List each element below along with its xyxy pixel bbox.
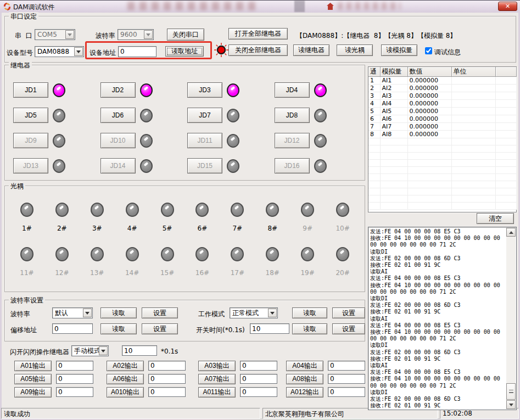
opto-label: 20# (336, 269, 349, 277)
opto-label: 7# (232, 225, 242, 232)
baud-set-button[interactable]: 设置 (142, 307, 178, 318)
ao-value-input[interactable] (240, 374, 277, 384)
relay-button[interactable]: JD2 (100, 82, 136, 98)
ao-output-button[interactable]: A08输出 (286, 374, 323, 384)
relay-button: JD15 (187, 158, 222, 173)
work-mode-select[interactable]: 正常模式 (230, 307, 278, 318)
port-select[interactable]: COM5 (35, 29, 75, 40)
status-message: 读取成功 (1, 408, 260, 419)
ao-value-input[interactable] (56, 387, 93, 397)
ao-value-input[interactable] (148, 361, 186, 371)
read-opto-button[interactable]: 读光耦 (337, 44, 373, 56)
switch-time-set-button[interactable]: 设置 (332, 323, 365, 334)
debug-log-box[interactable]: 发送:FE 04 00 00 00 08 E5 C3 接收:FE 04 10 0… (368, 227, 517, 410)
flash-time-input[interactable] (122, 345, 157, 356)
ao-output-button[interactable]: A07输出 (198, 374, 236, 384)
ao-cell: A04输出 (286, 361, 366, 374)
ao-output-button[interactable]: A012输出 (286, 387, 323, 397)
table-header[interactable]: 通 (368, 67, 380, 77)
table-header[interactable] (495, 67, 516, 77)
grip-icon (509, 390, 513, 393)
open-all-relays-button[interactable]: 打开全部继电器 (228, 28, 288, 40)
close-button[interactable]: ✕ (498, 2, 517, 11)
debug-info-checkbox[interactable] (425, 47, 432, 54)
ao-output-button[interactable]: A01输出 (14, 361, 52, 371)
ao-value-input[interactable] (240, 361, 277, 371)
ao-cell: A03输出 (198, 361, 286, 374)
cell: 2 (368, 85, 380, 92)
ao-cell: A06输出 (107, 374, 198, 387)
relay-led (53, 159, 65, 173)
scroll-up-icon[interactable] (506, 228, 516, 237)
chevron-down-icon[interactable] (65, 30, 74, 39)
relay-button[interactable]: JD1 (13, 82, 48, 98)
baud-select[interactable]: 9600 (118, 29, 154, 40)
cell: 6 (368, 115, 380, 123)
ao-value-input[interactable] (148, 387, 186, 397)
ao-cell: A010输出 (107, 387, 198, 400)
read-address-button[interactable]: 读取地址 (165, 46, 204, 57)
opto-label: 1# (22, 225, 32, 232)
relay-button[interactable]: JD3 (187, 82, 222, 98)
log-scrollbar[interactable] (506, 228, 516, 409)
ao-value-input[interactable] (240, 387, 277, 397)
relay-group: 继电器 JD1 JD2 JD3 JD4 JD5 JD6 JD7 JD8 JD9 … (4, 65, 365, 181)
read-relays-button[interactable]: 读继电器 (293, 44, 329, 56)
table-header[interactable]: 单位 (451, 67, 495, 77)
chevron-down-icon[interactable] (99, 346, 108, 355)
offset-address-input[interactable] (52, 323, 93, 334)
offset-set-button[interactable]: 设置 (142, 323, 178, 334)
ao-value-input[interactable] (328, 361, 365, 371)
relay-button[interactable]: JD7 (187, 108, 222, 123)
chevron-down-icon[interactable] (74, 47, 83, 56)
table-row (368, 203, 516, 210)
relay-button[interactable]: JD8 (275, 108, 310, 123)
close-all-relays-button[interactable]: 关闭全部继电器 (228, 44, 288, 56)
work-mode-read-button[interactable]: 读取 (292, 307, 327, 318)
ao-value-input[interactable] (328, 387, 365, 397)
flash-mode-select[interactable]: 手动模式 (71, 345, 109, 356)
relay-button[interactable]: JD5 (13, 108, 48, 123)
work-mode-set-button[interactable]: 设置 (332, 307, 365, 318)
cell: 0.000000 (407, 115, 451, 123)
scroll-thumb[interactable] (506, 383, 516, 400)
title-bar[interactable]: DAM调试软件 ✕ (0, 1, 520, 13)
scroll-down-icon[interactable] (506, 400, 516, 409)
serial-settings-group: 串口设定 串 口 COM5 波特率 9600 关闭串口 打开全部继电器 【DAM… (4, 16, 516, 63)
ao-output-button[interactable]: A06输出 (107, 374, 144, 384)
ao-value-input[interactable] (328, 374, 365, 384)
switch-time-read-button[interactable]: 读取 (292, 323, 327, 334)
relay-button[interactable]: JD6 (100, 108, 136, 123)
ao-cell: A02输出 (107, 361, 198, 374)
ao-output-button[interactable]: A02输出 (107, 361, 144, 371)
ao-output-button[interactable]: A03输出 (198, 361, 236, 371)
ao-value-input[interactable] (148, 374, 186, 384)
baud-read-button[interactable]: 读取 (100, 307, 137, 318)
table-row (368, 174, 516, 181)
ao-output-button[interactable]: A010输出 (107, 387, 144, 397)
model-select[interactable]: DAM0888 (35, 46, 84, 57)
ao-output-button[interactable]: A05输出 (14, 374, 52, 384)
offset-read-button[interactable]: 读取 (100, 323, 137, 334)
relay-cell: JD3 (187, 77, 275, 103)
baud-rate-select[interactable]: 默认 (52, 307, 93, 318)
table-header[interactable]: 模拟量 (380, 67, 407, 77)
baud-rate-value: 默认 (55, 309, 68, 318)
chevron-down-icon[interactable] (268, 309, 277, 317)
chevron-down-icon[interactable] (83, 309, 92, 317)
read-analog-button[interactable]: 读模拟量 (381, 44, 417, 56)
device-address-input[interactable] (118, 46, 156, 57)
ao-value-input[interactable] (56, 361, 93, 371)
switch-time-input[interactable] (250, 323, 289, 334)
table-header[interactable]: 数值 (407, 67, 451, 77)
chevron-down-icon[interactable] (144, 30, 153, 39)
ao-output-button[interactable]: A09输出 (14, 387, 52, 397)
app-logo-icon (3, 2, 12, 11)
close-serial-button[interactable]: 关闭串口 (167, 29, 204, 41)
ao-value-input[interactable] (56, 374, 93, 384)
ao-output-button[interactable]: A011输出 (198, 387, 236, 397)
ao-output-button[interactable]: A04输出 (286, 361, 323, 371)
clear-log-button[interactable]: 清空 (477, 213, 514, 224)
opto-led (301, 203, 314, 217)
relay-button[interactable]: JD4 (275, 82, 310, 98)
